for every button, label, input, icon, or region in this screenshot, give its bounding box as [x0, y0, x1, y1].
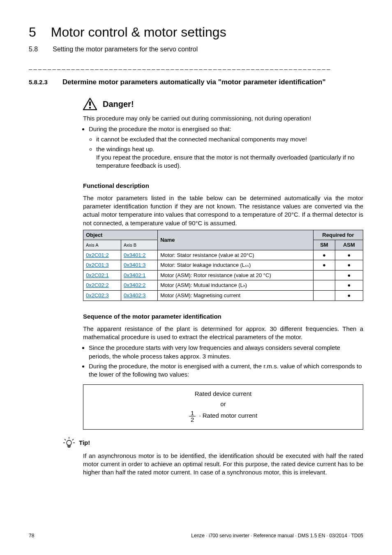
link-axis-a[interactable]: 0x2C01:2: [83, 250, 121, 260]
sequence-para: The apparent resistance of the plant is …: [83, 325, 363, 342]
cell-asm: ●: [335, 260, 363, 271]
danger-bullet-1b-text: the windings heat up.: [96, 146, 154, 153]
danger-bullet-1: During the procedure the motor is energi…: [89, 125, 363, 133]
chapter-title: Motor control & motor settings: [51, 25, 226, 40]
table-row: 0x2C02:2 0x3402:2 Motor (ASM): Mutual in…: [83, 280, 363, 291]
page-number: 78: [29, 533, 34, 539]
lightbulb-icon: [63, 437, 75, 449]
svg-line-4: [65, 439, 66, 440]
sequence-bullet-1: Since the procedure starts with very low…: [89, 344, 363, 361]
danger-bullet-1a: it cannot be excluded that the connected…: [96, 135, 363, 143]
link-axis-a[interactable]: 0x2C02:3: [83, 291, 121, 301]
sequence-bullets: Since the procedure starts with very low…: [83, 344, 363, 379]
cell-name: Motor: Stator resistance (value at 20°C): [158, 250, 314, 260]
tip-header: Tip!: [63, 437, 363, 449]
table-row: 0x2C01:2 0x3401:2 Motor: Stator resistan…: [83, 250, 363, 260]
main-content: Danger! This procedure may only be carri…: [83, 98, 363, 477]
cell-asm: ●: [335, 270, 363, 280]
cell-asm: ●: [335, 250, 363, 260]
formula-rest: · Rated motor current: [197, 412, 257, 419]
fraction-numerator: 1: [189, 410, 196, 416]
requirements-table: Object Name Required for Axis A Axis B S…: [83, 230, 363, 301]
cell-sm: ●: [313, 250, 335, 260]
chapter-header: 5 Motor control & motor settings: [29, 25, 363, 40]
table-row: 0x2C02:1 0x3402:1 Motor (ASM): Rotor res…: [83, 270, 363, 280]
sequence-heading: Sequence of the motor parameter identifi…: [83, 312, 363, 321]
link-axis-b[interactable]: 0x3401:2: [121, 250, 158, 260]
link-axis-a[interactable]: 0x2C02:1: [83, 270, 121, 280]
formula-line-1: Rated device current: [83, 390, 363, 398]
danger-header: Danger!: [83, 98, 363, 110]
sequence-bullet-2: During the procedure, the motor is energ…: [89, 362, 363, 379]
th-asm: ASM: [335, 240, 363, 250]
svg-rect-2: [89, 107, 91, 109]
link-axis-a[interactable]: 0x2C02:2: [83, 280, 121, 291]
link-axis-b[interactable]: 0x3401:3: [121, 260, 158, 271]
cell-asm: ●: [335, 280, 363, 291]
link-axis-b[interactable]: 0x3402:3: [121, 291, 158, 301]
danger-title: Danger!: [103, 99, 134, 110]
formula-or: or: [83, 400, 363, 408]
subsection-header: 5.8.2.3 Determine motor parameters autom…: [29, 78, 363, 86]
cell-sm: [313, 270, 335, 280]
functional-description-para: The motor parameters listed in the table…: [83, 194, 363, 227]
link-axis-a[interactable]: 0x2C01:3: [83, 260, 121, 271]
footer-meta: Lenze · i700 servo inverter · Reference …: [191, 533, 363, 539]
th-required-for: Required for: [313, 230, 363, 240]
cell-name: Motor (ASM): Mutual inductance (Lₕ): [158, 280, 314, 291]
fraction-denominator: 2: [189, 416, 196, 423]
section-title: Setting the motor parameters for the ser…: [53, 46, 198, 53]
chapter-number: 5: [29, 25, 36, 40]
fraction: 1 2: [189, 410, 196, 423]
section-header: 5.8 Setting the motor parameters for the…: [29, 46, 363, 53]
th-sm: SM: [313, 240, 335, 250]
subsection-number: 5.8.2.3: [29, 79, 48, 86]
subsection-title: Determine motor parameters automatically…: [62, 78, 326, 86]
cell-name: Motor (ASM): Magnetising current: [158, 291, 314, 301]
danger-bullet-1b-cont: If you repeat the procedure, ensure that…: [96, 154, 355, 169]
cell-name: Motor (ASM): Rotor resistance (value at …: [158, 270, 314, 280]
cell-name: Motor: Stator leakage inductance (Lₛₛ): [158, 260, 314, 271]
th-name: Name: [158, 230, 314, 250]
cell-sm: [313, 291, 335, 301]
formula-box: Rated device current or 1 2 · Rated moto…: [83, 384, 363, 430]
cell-sm: [313, 280, 335, 291]
svg-point-8: [67, 440, 71, 445]
table-header-row: Object Name Required for: [83, 230, 363, 240]
table-row: 0x2C01:3 0x3401:3 Motor: Stator leakage …: [83, 260, 363, 271]
warning-triangle-icon: [83, 98, 97, 110]
link-axis-b[interactable]: 0x3402:1: [121, 270, 158, 280]
th-axis-a: Axis A: [83, 240, 121, 250]
th-axis-b: Axis B: [121, 240, 158, 250]
table-row: 0x2C02:3 0x3402:3 Motor (ASM): Magnetisi…: [83, 291, 363, 301]
functional-description-heading: Functional description: [83, 182, 363, 190]
danger-bullets: During the procedure the motor is energi…: [83, 125, 363, 170]
section-number: 5.8: [29, 46, 38, 53]
danger-lead: This procedure may only be carried out d…: [83, 114, 363, 123]
page-footer: 78 Lenze · i700 servo inverter · Referen…: [29, 533, 363, 539]
svg-rect-1: [89, 102, 91, 106]
tip-title: Tip!: [79, 439, 90, 447]
danger-bullet-1b: the windings heat up. If you repeat the …: [96, 145, 363, 170]
th-object: Object: [83, 230, 158, 240]
formula-line-2: 1 2 · Rated motor current: [83, 410, 363, 423]
cell-asm: ●: [335, 291, 363, 301]
cell-sm: ●: [313, 260, 335, 271]
tip-para: If an asynchronous motor is to be identi…: [83, 452, 363, 477]
svg-line-5: [72, 439, 74, 440]
danger-sub-bullets: it cannot be excluded that the connected…: [89, 135, 363, 170]
divider-dashes: _ _ _ _ _ _ _ _ _ _ _ _ _ _ _ _ _ _ _ _ …: [29, 63, 363, 70]
link-axis-b[interactable]: 0x3402:2: [121, 280, 158, 291]
page: 5 Motor control & motor settings 5.8 Set…: [0, 0, 392, 555]
